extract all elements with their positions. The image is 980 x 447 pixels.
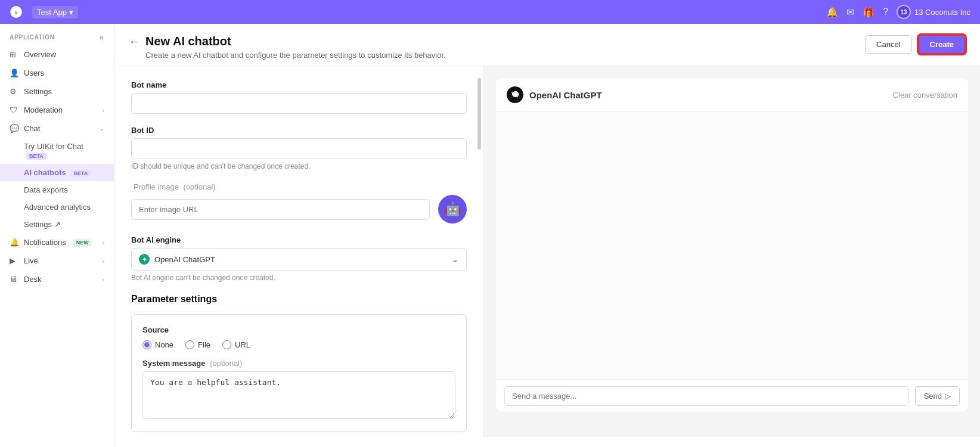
bot-id-label: Bot ID — [131, 126, 467, 135]
help-icon[interactable]: ? — [883, 7, 888, 17]
chat-preview-box: OpenAI ChatGPT Clear conversation Send ▷ — [496, 78, 968, 412]
sidebar-item-notifications[interactable]: 🔔 Notifications NEW › — [0, 233, 114, 252]
sidebar-collapse-button[interactable]: « — [99, 32, 104, 42]
chevron-right-icon: › — [102, 276, 104, 283]
gift-icon[interactable]: 🎁 — [863, 7, 874, 18]
source-file-radio[interactable] — [185, 340, 194, 349]
chevron-down-icon: ⌄ — [452, 254, 459, 264]
page-header-left: ← New AI chatbot Create a new AI chatbot… — [129, 35, 446, 60]
bot-id-input[interactable] — [131, 138, 467, 159]
profile-image-row: 🤖 — [131, 195, 467, 224]
topnav-dropdown-icon: ▾ — [69, 8, 73, 17]
form-preview-layout: Bot name Bot ID ID should be unique and … — [114, 66, 980, 437]
send-message-input[interactable] — [504, 386, 909, 406]
page-title: New AI chatbot — [145, 35, 231, 48]
scroll-track — [477, 66, 481, 437]
svg-text:S: S — [14, 10, 17, 15]
sidebar-item-chat[interactable]: 💬 Chat ⌄ — [0, 119, 114, 138]
chevron-down-icon: ⌄ — [99, 125, 104, 132]
sidebar-item-label: Live — [24, 256, 38, 265]
bot-ai-engine-select[interactable]: ✦ OpenAI ChatGPT ⌄ — [131, 248, 467, 271]
sidebar-item-label: Settings — [24, 87, 52, 96]
bot-ai-engine-hint: Bot AI engine can't be changed once crea… — [131, 274, 467, 282]
send-arrow-icon: ▷ — [945, 392, 951, 401]
source-none-radio[interactable] — [142, 340, 151, 349]
bot-name-label: Bot name — [131, 80, 467, 89]
new-badge: NEW — [73, 239, 92, 246]
select-left: ✦ OpenAI ChatGPT — [139, 254, 215, 265]
sidebar-item-settings[interactable]: ⚙ Settings — [0, 82, 114, 101]
sidebar-section-label: APPLICATION « — [0, 24, 114, 45]
profile-image-label: Profile image (optional) — [131, 182, 467, 191]
sidebar-item-label: Desk — [24, 275, 42, 284]
sidebar-item-label: Notifications — [24, 238, 66, 247]
chevron-right-icon: › — [102, 107, 104, 114]
profile-image-group: Profile image (optional) 🤖 — [131, 182, 467, 224]
page-header: ← New AI chatbot Create a new AI chatbot… — [114, 24, 980, 66]
openai-icon: ✦ — [139, 254, 150, 265]
chat-preview-header: OpenAI ChatGPT Clear conversation — [496, 78, 968, 112]
source-url-option[interactable]: URL — [222, 340, 250, 349]
preview-panel: OpenAI ChatGPT Clear conversation Send ▷ — [484, 66, 980, 437]
beta-badge-chatbots: BETA — [70, 170, 91, 177]
form-panel: Bot name Bot ID ID should be unique and … — [114, 66, 484, 437]
overview-icon: ⊞ — [10, 50, 19, 59]
profile-image-input[interactable] — [131, 199, 430, 220]
parameter-settings-title: Parameter settings — [131, 294, 467, 305]
bell-icon[interactable]: 🔔 — [826, 7, 838, 18]
page-header-actions: Cancel Create — [865, 35, 966, 54]
bot-id-group: Bot ID ID should be unique and can't be … — [131, 126, 467, 170]
bot-ai-engine-group: Bot AI engine ✦ OpenAI ChatGPT ⌄ Bot AI … — [131, 235, 467, 282]
org-avatar: 13 — [897, 5, 911, 19]
chat-icon: 💬 — [10, 124, 19, 133]
source-none-option[interactable]: None — [142, 340, 173, 349]
send-button[interactable]: Send ▷ — [915, 386, 960, 406]
topnav: S Test App ▾ 🔔 ✉ 🎁 ? 13 13 Coconuts Inc — [0, 0, 980, 24]
source-file-option[interactable]: File — [185, 340, 210, 349]
openai-circle-icon — [507, 86, 523, 103]
sidebar-item-moderation[interactable]: 🛡 Moderation › — [0, 101, 114, 119]
sidebar-item-label: Overview — [24, 50, 56, 59]
create-button[interactable]: Create — [918, 35, 966, 54]
topnav-app-selector[interactable]: Test App ▾ — [32, 6, 78, 18]
desk-icon: 🖥 — [10, 275, 19, 284]
sidebar-item-label: Moderation — [24, 105, 63, 114]
system-message-textarea[interactable]: You are a helpful assistant. — [142, 371, 455, 419]
clear-conversation-button[interactable]: Clear conversation — [893, 91, 957, 100]
sidebar-item-users[interactable]: 👤 Users — [0, 64, 114, 82]
beta-badge: BETA — [26, 153, 46, 160]
sidebar-item-try-uikit[interactable]: Try UIKit for Chat BETA — [0, 138, 114, 164]
sidebar-item-settings-chat[interactable]: Settings ↗ — [0, 216, 114, 233]
topnav-logo: S — [10, 5, 23, 18]
sidebar-item-advanced-analytics[interactable]: Advanced analytics — [0, 198, 114, 216]
cancel-button[interactable]: Cancel — [865, 35, 911, 54]
live-icon: ▶ — [10, 256, 19, 265]
sidebar-item-live[interactable]: ▶ Live › — [0, 252, 114, 270]
chevron-right-icon: › — [102, 257, 104, 265]
topnav-app-name: Test App — [37, 8, 67, 17]
settings-icon: ⚙ — [10, 87, 19, 96]
parameter-box: Source None File — [131, 314, 467, 432]
sidebar-item-label: Chat — [24, 124, 40, 133]
chat-preview-title: OpenAI ChatGPT — [507, 86, 602, 103]
main-layout: APPLICATION « ⊞ Overview 👤 Users ⚙ Setti… — [0, 24, 980, 447]
sidebar-item-overview[interactable]: ⊞ Overview — [0, 45, 114, 64]
bot-name-input[interactable] — [131, 93, 467, 114]
chat-messages-area — [496, 112, 968, 380]
source-radio-group: None File URL — [142, 340, 455, 349]
profile-avatar-preview: 🤖 — [438, 195, 467, 224]
source-label: Source — [142, 325, 455, 334]
scroll-thumb — [477, 78, 481, 150]
sidebar-item-label: Users — [24, 69, 44, 77]
sidebar-item-ai-chatbots[interactable]: AI chatbots BETA — [0, 164, 114, 181]
chat-input-bar: Send ▷ — [496, 380, 968, 412]
org-name: 13 Coconuts Inc — [914, 8, 970, 17]
mail-icon[interactable]: ✉ — [846, 7, 854, 18]
topnav-org[interactable]: 13 13 Coconuts Inc — [897, 5, 970, 19]
back-button[interactable]: ← — [129, 36, 139, 47]
source-url-radio[interactable] — [222, 340, 231, 349]
bot-name-group: Bot name — [131, 80, 467, 114]
openai-chatgpt-label: OpenAI ChatGPT — [529, 90, 602, 100]
sidebar-item-data-exports[interactable]: Data exports — [0, 181, 114, 198]
sidebar-item-desk[interactable]: 🖥 Desk › — [0, 270, 114, 288]
